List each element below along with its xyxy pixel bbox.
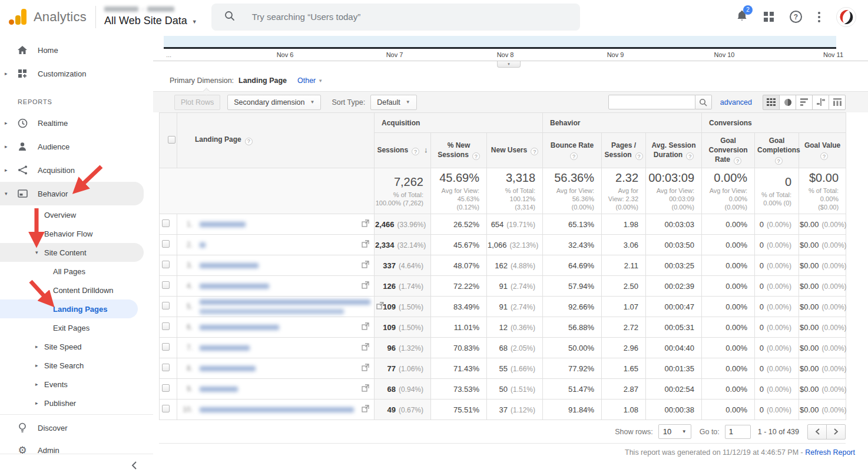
table-row: 7. 96(1.32%) 70.83% 68(2.05%) 50.0 [160, 338, 846, 358]
percentage-view-button[interactable] [779, 95, 796, 110]
table-search-button[interactable] [695, 95, 712, 109]
sidebar-item-all-pages[interactable]: All Pages [0, 262, 153, 281]
row-checkbox[interactable] [162, 240, 170, 248]
analytics-logo[interactable]: Analytics [0, 8, 95, 26]
row-checkbox[interactable] [162, 302, 170, 309]
row-checkbox[interactable] [162, 281, 170, 289]
open-in-new-icon[interactable] [362, 281, 369, 291]
open-in-new-icon[interactable] [362, 261, 369, 270]
select-all-checkbox[interactable] [168, 136, 175, 144]
help-tooltip-icon[interactable]: ? [775, 157, 783, 165]
landing-page-link[interactable] [200, 299, 370, 314]
help-tooltip-icon[interactable]: ? [531, 148, 538, 155]
sidebar-item-publisher[interactable]: ▸ Publisher [0, 394, 153, 412]
sidebar-item-realtime[interactable]: ▸ Realtime [0, 111, 153, 135]
help-tooltip-icon[interactable]: ? [472, 152, 480, 160]
show-rows-select[interactable]: 10 ▼ [658, 424, 691, 439]
sidebar-item-customization[interactable]: ▸ Customization [0, 62, 153, 85]
sidebar-item-behavior-flow[interactable]: Behavior Flow [0, 224, 153, 243]
apps-grid-icon[interactable] [764, 12, 774, 22]
sidebar-collapse-button[interactable] [0, 454, 153, 476]
notifications-button[interactable]: 2 [736, 9, 748, 25]
sidebar-item-audience[interactable]: ▸ Audience [0, 135, 153, 158]
landing-page-link[interactable] [200, 242, 356, 248]
landing-page-link[interactable] [200, 222, 356, 227]
column-header-goal-value[interactable]: Goal Value? [799, 133, 846, 168]
sort-type-dropdown[interactable]: Default ▼ [370, 95, 417, 110]
row-checkbox[interactable] [162, 322, 170, 330]
help-tooltip-icon[interactable]: ? [820, 152, 828, 160]
sidebar-item-site-speed[interactable]: ▸ Site Speed [0, 337, 153, 356]
row-checkbox-cell [160, 317, 177, 338]
refresh-report-link[interactable]: Refresh Report [805, 448, 855, 457]
help-tooltip-icon[interactable]: ? [635, 152, 643, 160]
landing-page-link[interactable] [200, 387, 356, 392]
comparison-view-button[interactable] [812, 95, 829, 110]
performance-view-button[interactable] [796, 95, 813, 110]
landing-page-column-header[interactable]: Landing Page? [177, 113, 375, 168]
column-header-sessions[interactable]: Sessions?↓ [375, 133, 431, 168]
table-row: 6. 109(1.50%) 11.01% 12(0.36%) 56. [160, 317, 846, 338]
landing-page-link[interactable] [200, 345, 356, 351]
row-checkbox[interactable] [162, 343, 170, 351]
open-in-new-icon[interactable] [362, 343, 369, 352]
secondary-dimension-button[interactable]: Secondary dimension ▼ [227, 95, 321, 110]
help-tooltip-icon[interactable]: ? [734, 157, 741, 165]
sidebar-item-landing-pages[interactable]: Landing Pages [0, 299, 138, 318]
primary-dimension-landing-page[interactable]: Landing Page [238, 76, 287, 85]
row-checkbox[interactable] [162, 405, 170, 412]
open-in-new-icon[interactable] [362, 240, 369, 249]
column-header-bounce-rate[interactable]: Bounce Rate? [543, 133, 602, 168]
landing-page-link[interactable] [200, 407, 356, 412]
goto-page-input[interactable] [725, 425, 751, 439]
help-tooltip-icon[interactable]: ? [570, 152, 578, 160]
landing-page-link[interactable] [200, 263, 356, 268]
column-header-avg-session-duration[interactable]: Avg. Session Duration? [646, 133, 702, 168]
landing-page-link[interactable] [200, 366, 356, 371]
search-input[interactable]: Try searching “Users today” [211, 4, 580, 31]
user-avatar[interactable] [836, 7, 856, 27]
open-in-new-icon[interactable] [362, 322, 369, 332]
sidebar-item-home[interactable]: Home [0, 38, 153, 62]
advanced-search-link[interactable]: advanced [720, 98, 752, 106]
open-in-new-icon[interactable] [362, 384, 369, 394]
help-tooltip-icon[interactable]: ? [245, 138, 253, 145]
previous-page-button[interactable] [807, 424, 827, 440]
chart-collapse-tab[interactable]: ▼ [497, 61, 521, 68]
column-header-goal-completions[interactable]: Goal Completions? [755, 133, 799, 168]
landing-page-link[interactable] [200, 325, 356, 330]
sidebar-item-exit-pages[interactable]: Exit Pages [0, 318, 153, 337]
column-header-pct-new-sessions[interactable]: % New Sessions? [431, 133, 487, 168]
table-search-input[interactable] [608, 95, 695, 109]
row-checkbox[interactable] [162, 364, 170, 371]
open-in-new-icon[interactable] [362, 405, 369, 414]
plot-rows-button[interactable]: Plot Rows [174, 95, 220, 110]
primary-dimension-other[interactable]: Other [297, 76, 316, 85]
sidebar-item-overview[interactable]: Overview [0, 205, 153, 224]
landing-page-link[interactable] [200, 284, 356, 289]
sidebar-item-events[interactable]: ▸ Events [0, 375, 153, 394]
row-checkbox[interactable] [162, 384, 170, 392]
next-page-button[interactable] [826, 424, 846, 440]
more-menu-icon[interactable] [818, 12, 820, 22]
sidebar-item-discover[interactable]: Discover [0, 417, 153, 439]
avg-session-duration-cell: 00:04:40 [646, 338, 702, 358]
help-icon[interactable]: ? [790, 11, 802, 23]
table-view-button[interactable] [763, 95, 780, 110]
help-tooltip-icon[interactable]: ? [412, 148, 419, 155]
row-checkbox[interactable] [162, 219, 170, 227]
open-in-new-icon[interactable] [362, 364, 369, 373]
sidebar-item-content-drilldown[interactable]: Content Drilldown [0, 281, 153, 299]
row-checkbox[interactable] [162, 261, 170, 268]
sidebar-item-acquisition[interactable]: ▸ Acquisition [0, 158, 153, 182]
sidebar-item-behavior[interactable]: ▾ Behavior [0, 182, 144, 205]
property-selector[interactable]: › All Web Site Data ▼ [104, 6, 197, 27]
column-header-new-users[interactable]: New Users? [487, 133, 543, 168]
column-header-goal-conversion-rate[interactable]: Goal Conversion Rate? [702, 133, 755, 168]
sidebar-item-site-search[interactable]: ▸ Site Search [0, 356, 153, 375]
pivot-view-button[interactable] [829, 95, 846, 110]
help-tooltip-icon[interactable]: ? [686, 152, 694, 160]
sidebar-item-site-content[interactable]: ▾ Site Content [0, 243, 144, 262]
open-in-new-icon[interactable] [362, 219, 369, 229]
column-header-pages-session[interactable]: Pages / Session? [602, 133, 646, 168]
